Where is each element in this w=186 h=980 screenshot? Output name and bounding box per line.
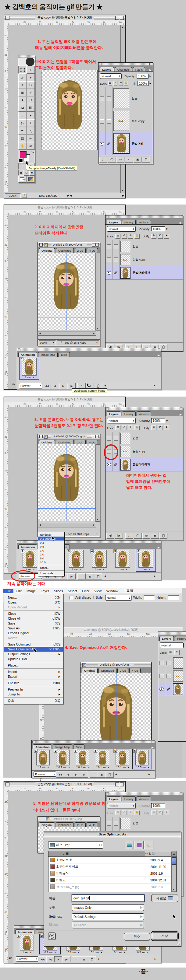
date-column-header[interactable]: 수정일 (145, 851, 172, 856)
delay-option[interactable]: 5.0 (38, 556, 64, 560)
next-frame-icon[interactable]: |▶ (80, 772, 88, 778)
frame-delay[interactable]: 1 sec.▾ (113, 568, 132, 571)
layer-thumbnail[interactable] (114, 133, 129, 153)
scroll-down-icon[interactable]: ▼ (95, 326, 99, 330)
menu-item[interactable]: Place... (4, 663, 63, 668)
lock-position-icon[interactable]: ✛ (128, 810, 133, 815)
dodge-tool-icon[interactable]: ● (27, 112, 35, 119)
tab-4up[interactable]: 4-Up (129, 668, 141, 673)
menu-image[interactable]: Image (24, 589, 38, 593)
tab-actions[interactable]: Actions (136, 220, 151, 224)
animation-frame-selected[interactable]: 61 sec.▾ (136, 549, 156, 571)
window-titlebar[interactable]: 금발 copy @ 300%(금발머리여자, RGB) (4, 781, 125, 788)
delay-option-current[interactable]: 1 seconds (38, 571, 64, 575)
vertical-scrollbar[interactable]: ▼ (95, 253, 100, 331)
animation-frame[interactable]: 3°°°0.1 sec.▾ (73, 749, 92, 769)
layer-row-selected[interactable]: ✐ 금발머리여자 (106, 266, 183, 280)
tab-layers[interactable]: Layers (107, 412, 121, 416)
tab-optimized[interactable]: Optimized (56, 440, 74, 444)
frame-thumbnail[interactable] (115, 749, 129, 765)
blend-mode-select[interactable]: Normal▲▼ (107, 803, 136, 808)
tab-layers[interactable]: Layers (107, 797, 121, 801)
tab-original[interactable]: Original (39, 822, 55, 827)
frame-delay[interactable]: 0.1 sec.▾ (86, 950, 107, 954)
lock-pixels-icon[interactable]: ✐ (122, 234, 127, 239)
window-titlebar[interactable]: 금발 copy @ 300%(금발머리여자, RGB) (4, 205, 125, 211)
visibility-toggle[interactable] (106, 240, 112, 253)
layer-name[interactable]: 눈썹 copy (130, 119, 144, 123)
unify-position-icon[interactable]: ⧉ (151, 234, 156, 239)
collapse-box-icon[interactable] (120, 783, 124, 786)
first-frame-icon[interactable]: ◀◀ (43, 383, 51, 389)
slices-select[interactable]: All Slices▲▼ (72, 921, 144, 928)
lock-all-icon[interactable]: 🔒 (135, 425, 140, 430)
layer-row-selected[interactable]: ✐ (158, 682, 186, 696)
lasso-tool-icon[interactable]: ℘ (18, 74, 27, 81)
scroll-right-icon[interactable]: ▶ (153, 383, 157, 387)
eyedropper-tool-icon[interactable]: ✏ (27, 135, 35, 142)
horizontal-scrollbar[interactable]: ◀ ▶ (38, 523, 96, 527)
menu-item[interactable]: Close⌘W (4, 611, 63, 616)
animation-frame[interactable]: 2°°°0.1 sec.▾ (53, 749, 72, 769)
status-scroll-icons[interactable]: ▶ ◀ (67, 194, 72, 197)
lock-all-icon[interactable]: 🔒 (135, 234, 140, 239)
frame-delay[interactable]: °°°0.5 sec.▾ (133, 765, 152, 769)
tween-icon[interactable]: ∴ (77, 383, 86, 389)
scroll-right-icon[interactable]: ▶ (147, 772, 151, 776)
format-select[interactable]: Images Only▲▼ (72, 904, 144, 911)
delay-option[interactable]: 2.0 (38, 552, 64, 556)
play-icon[interactable]: ▶ (59, 383, 67, 389)
lock-pixels-icon[interactable]: ✐ (122, 425, 127, 430)
lock-position-icon[interactable]: ✛ (128, 234, 133, 239)
loop-select[interactable]: Forever▼ (19, 383, 42, 388)
zoom-box-icon[interactable] (92, 435, 95, 438)
delete-frame-icon[interactable] (94, 573, 102, 579)
menu-item-disabled[interactable]: Revert (4, 635, 63, 640)
blur-tool-icon[interactable]: ◌ (18, 112, 27, 119)
unify-position-icon[interactable]: ⧉ (151, 810, 156, 815)
unify-style-icon[interactable]: ◆ (164, 810, 169, 815)
tab-animation[interactable]: Animation (18, 352, 37, 357)
default-colors-icon[interactable] (19, 159, 22, 162)
frame-thumbnail[interactable] (115, 550, 130, 568)
layer-thumbnail[interactable]: ◣◢ (173, 670, 183, 682)
doc-titlebar[interactable]: Untitled-1 @ 300%(Origi··· (38, 242, 100, 247)
visibility-toggle[interactable] (98, 132, 106, 155)
tab-original[interactable]: Original (39, 440, 55, 444)
file-row-disabled[interactable]: 7f783006_m.jpg2005.2.4 (48, 883, 176, 890)
layer-name[interactable]: 입술 (130, 97, 138, 101)
layer-row-selected[interactable]: ✐ 금발머리여자 (106, 458, 183, 471)
layer-style-icon[interactable]: ƒ. (99, 157, 107, 162)
forward-frame-icon[interactable]: ‖▶ (115, 533, 123, 539)
frame-thumbnail[interactable] (22, 550, 37, 568)
loop-select[interactable]: Forever▼ (34, 772, 56, 777)
scroll-down-icon[interactable]: ▼ (172, 888, 176, 891)
layer-name[interactable]: 입술 (131, 436, 138, 441)
menu-item[interactable]: Quit⌘Q (4, 698, 63, 703)
tab-actions[interactable]: Actions (136, 797, 151, 801)
scroll-up-icon[interactable]: ▲ (121, 25, 125, 29)
frame-delay[interactable]: 0.1 sec.▾ (40, 950, 60, 954)
adjustment-layer-icon[interactable]: ◐ (125, 157, 133, 162)
frame-delay[interactable]: °°°0.1 sec.▾ (113, 765, 132, 769)
layer-thumbnail[interactable] (173, 684, 183, 695)
lock-transparency-icon[interactable]: ▨ (115, 810, 120, 815)
duplicate-frame-icon[interactable]: ▣ (86, 573, 94, 579)
stop-icon[interactable]: ■ (54, 956, 63, 963)
lock-transparency-icon[interactable]: ▨ (115, 234, 120, 239)
standard-mode-icon[interactable]: ○ (18, 163, 27, 170)
backward-frame-icon[interactable]: ◀‖ (106, 533, 114, 539)
doc-titlebar[interactable]: Untitled-1 @ 300%(Origi··· (38, 434, 100, 439)
animation-frame[interactable]: 31 sec.▾ (66, 549, 86, 571)
layer-name[interactable]: 금발머리- (130, 142, 144, 146)
frame-thumbnail[interactable] (138, 550, 153, 568)
tab-animation[interactable]: Animation (33, 745, 52, 749)
tab-optimized[interactable]: Optimized (56, 822, 74, 827)
menu-slices[interactable]: Slices (51, 589, 65, 593)
link-toggle[interactable] (112, 432, 120, 445)
file-row[interactable]: 2.토마토토이즈2004.11.20 (48, 864, 176, 870)
visibility-toggle[interactable] (158, 657, 165, 670)
new-frame-icon[interactable]: ▣ (98, 772, 106, 778)
doc-canvas[interactable] (80, 673, 151, 741)
lock-position-icon[interactable]: ✛ (119, 81, 123, 86)
